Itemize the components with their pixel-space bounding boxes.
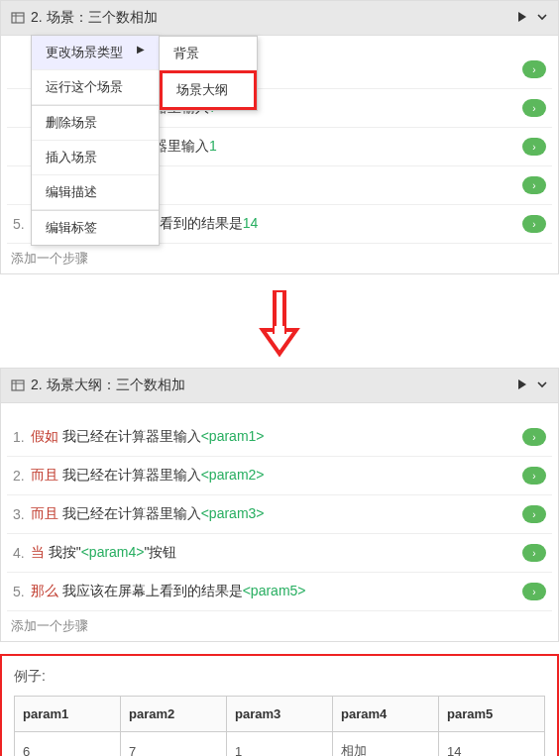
step-keyword: 当 [31, 544, 45, 562]
step-text: 我应该在屏幕上看到的结果是<param5> [62, 583, 522, 600]
example-table: param1 param2 param3 param4 param5 6 7 1… [14, 696, 545, 756]
table-header: param1 [15, 697, 121, 732]
table-cell: 1 [227, 732, 333, 757]
step-num: 2. [13, 468, 25, 484]
step-run-button[interactable]: › [522, 505, 546, 523]
table-header: param3 [227, 697, 333, 732]
panel-title-1: 2. 场景：三个数相加 [31, 9, 516, 27]
menu-insert[interactable]: 插入场景 [32, 141, 159, 175]
svg-rect-5 [12, 380, 24, 390]
example-box: 例子: param1 param2 param3 param4 param5 6… [0, 654, 559, 756]
panel-body-2: 1. 假如 我已经在计算器里输入<param1> › 2. 而且 我已经在计算器… [0, 403, 559, 642]
step-run-button[interactable]: › [522, 544, 546, 562]
table-cell: 6 [15, 732, 121, 757]
step-text: 我已经在计算器里输入<param2> [62, 467, 522, 485]
step-row[interactable]: 3. 而且 我已经在计算器里输入<param3> › [7, 495, 552, 534]
table-header: param4 [333, 697, 439, 732]
chevron-down-icon[interactable] [536, 378, 548, 393]
scenario-icon [11, 378, 25, 392]
step-text: 我已经在计算器里输入<param1> [62, 428, 522, 446]
svg-rect-0 [12, 13, 24, 23]
menu-edit-desc[interactable]: 编辑描述 [32, 175, 159, 210]
table-row[interactable]: 6 7 1 相加 14 [15, 732, 545, 757]
menu-change-type-label: 更改场景类型 [46, 45, 123, 59]
table-cell: 14 [439, 732, 545, 757]
menu-edit-tags[interactable]: 编辑标签 [32, 211, 159, 245]
menu-change-type[interactable]: 更改场景类型 ▶ 背景 场景大纲 [32, 36, 159, 70]
panel-header-2[interactable]: 2. 场景大纲：三个数相加 [0, 368, 559, 403]
step-run-button[interactable]: › [522, 467, 546, 485]
context-menu: 更改场景类型 ▶ 背景 场景大纲 运行这个场景 删除场景 插入场景 编辑描述 编… [31, 35, 160, 246]
step-keyword: 而且 [31, 467, 58, 485]
svg-rect-3 [275, 290, 284, 332]
panel-header-1[interactable]: 2. 场景：三个数相加 更改场景类型 ▶ 背景 场景大纲 运行这个场景 删除场景… [0, 0, 559, 36]
submenu-scenario-outline[interactable]: 场景大纲 [160, 70, 257, 110]
submenu-background[interactable]: 背景 [160, 37, 257, 70]
table-header: param2 [121, 697, 227, 732]
step-text: 钮 [140, 176, 522, 194]
step-keyword: 而且 [31, 505, 58, 523]
step-text: 我已经在计算器里输入<param3> [62, 505, 522, 523]
example-title: 例子: [14, 668, 545, 686]
step-run-button[interactable]: › [522, 138, 546, 156]
submenu: 背景 场景大纲 [159, 36, 258, 111]
step-run-button[interactable]: › [522, 215, 546, 233]
step-num: 5. [13, 216, 25, 232]
step-keyword: 那么 [31, 583, 58, 600]
chevron-down-icon[interactable] [536, 10, 548, 26]
arrow-down-icon [0, 282, 559, 368]
play-icon[interactable] [516, 378, 528, 393]
table-header: param5 [439, 697, 545, 732]
step-row[interactable]: 1. 假如 我已经在计算器里输入<param1> › [7, 418, 552, 457]
caret-right-icon: ▶ [137, 44, 145, 54]
menu-delete[interactable]: 删除场景 [32, 106, 159, 141]
step-keyword: 假如 [31, 428, 58, 446]
step-num: 1. [13, 429, 25, 445]
add-step-link[interactable]: 添加一个步骤 [7, 244, 552, 270]
scenario-panel-1: 2. 场景：三个数相加 更改场景类型 ▶ 背景 场景大纲 运行这个场景 删除场景… [0, 0, 559, 274]
menu-run[interactable]: 运行这个场景 [32, 70, 159, 105]
step-run-button[interactable]: › [522, 583, 546, 600]
step-num: 5. [13, 584, 25, 599]
step-row[interactable]: 4. 当 我按"<param4>"按钮 › [7, 534, 552, 573]
step-run-button[interactable]: › [522, 99, 546, 117]
table-header-row: param1 param2 param3 param4 param5 [15, 697, 545, 732]
panel-title-2: 2. 场景大纲：三个数相加 [31, 377, 516, 394]
scenario-panel-2: 2. 场景大纲：三个数相加 1. 假如 我已经在计算器里输入<param1> ›… [0, 368, 559, 642]
step-run-button[interactable]: › [522, 176, 546, 194]
add-step-link[interactable]: 添加一个步骤 [7, 611, 552, 637]
scenario-icon [11, 11, 25, 25]
step-run-button[interactable]: › [522, 60, 546, 78]
step-row[interactable]: 2. 而且 我已经在计算器里输入<param2> › [7, 457, 552, 495]
play-icon[interactable] [516, 10, 528, 26]
step-num: 3. [13, 506, 25, 522]
step-run-button[interactable]: › [522, 428, 546, 446]
step-row[interactable]: 5. 那么 我应该在屏幕上看到的结果是<param5> › [7, 573, 552, 611]
step-text: 我按"<param4>"按钮 [49, 544, 522, 562]
step-num: 4. [13, 545, 25, 561]
table-cell: 7 [121, 732, 227, 757]
svg-rect-4 [275, 326, 284, 334]
table-cell: 相加 [333, 732, 439, 757]
step-text: 算器里输入1 [140, 138, 522, 156]
